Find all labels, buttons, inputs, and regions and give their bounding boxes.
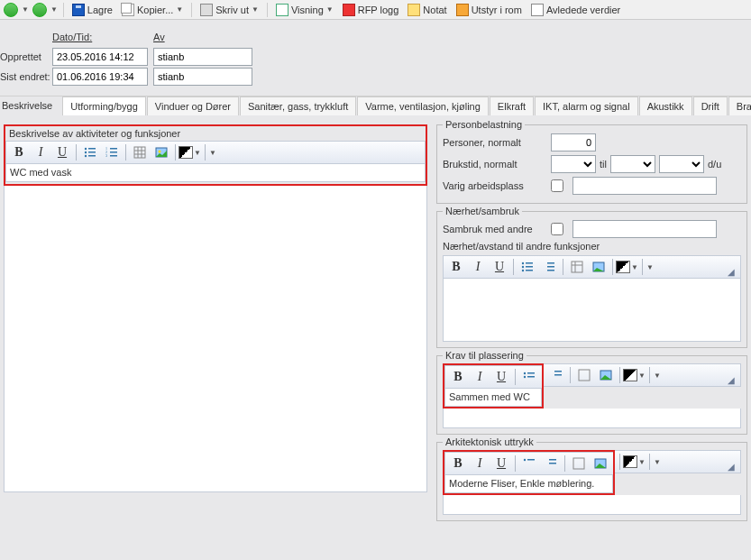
image-button[interactable]	[151, 142, 172, 162]
color-button[interactable]	[616, 261, 630, 273]
sambruk-text[interactable]	[572, 220, 717, 238]
italic-button[interactable]: I	[30, 142, 51, 162]
number-list-button[interactable]	[538, 257, 560, 277]
copy-button[interactable]: Kopier...▼	[119, 4, 186, 16]
table-button[interactable]	[129, 142, 151, 162]
color-button[interactable]	[623, 369, 637, 381]
more-dd[interactable]: ▼	[208, 149, 217, 157]
brukstid-fra-select[interactable]	[551, 155, 596, 173]
anchor-icon[interactable]: ◢	[728, 375, 738, 384]
brukstid-til-select[interactable]	[610, 155, 655, 173]
bold-button[interactable]: B	[8, 142, 30, 162]
image-button[interactable]	[588, 257, 609, 277]
du-label: d/u	[708, 159, 721, 170]
svg-rect-22	[526, 266, 533, 268]
svg-rect-3	[88, 151, 96, 153]
bold-button[interactable]: B	[445, 257, 467, 277]
personer-input[interactable]	[551, 133, 596, 151]
nav-back-icon[interactable]	[4, 3, 18, 17]
rt-toolbar-arkit-b: ▼ ▼ ◢	[615, 450, 741, 473]
color-dd[interactable]: ▼	[193, 149, 202, 157]
underline-button[interactable]: U	[490, 367, 512, 387]
tab-brann[interactable]: Brann	[728, 96, 751, 115]
dropdown-icon[interactable]: ▼	[50, 5, 58, 14]
underline-button[interactable]: U	[51, 142, 73, 162]
arkit-editor-body[interactable]	[443, 495, 741, 515]
italic-button[interactable]: I	[469, 367, 490, 387]
save-button[interactable]: Lagre	[69, 4, 115, 16]
print-icon	[200, 4, 213, 16]
sambruk-checkbox[interactable]	[551, 223, 563, 235]
bullet-list-button[interactable]	[517, 257, 538, 277]
dropdown-icon[interactable]: ▼	[22, 5, 29, 14]
bullet-list-button[interactable]	[518, 367, 540, 387]
image-button[interactable]	[590, 454, 611, 473]
rt-toolbar-naerhet: B I U ▼ ▼ ◢	[443, 255, 741, 279]
notat-button[interactable]: Notat	[405, 4, 449, 16]
tab-varme[interactable]: Varme, ventilasjon, kjøling	[357, 96, 489, 115]
table-button[interactable]	[566, 257, 588, 277]
svg-rect-1	[88, 148, 96, 150]
rfp-button[interactable]: RFP logg	[340, 4, 402, 16]
rt-toolbar-arkit-a: B I U	[444, 452, 613, 475]
tab-akustikk[interactable]: Akustikk	[639, 96, 692, 115]
naerhet-editor[interactable]	[443, 279, 741, 342]
svg-point-23	[522, 270, 524, 271]
anchor-icon[interactable]: ◢	[728, 267, 738, 276]
underline-button[interactable]: U	[489, 257, 510, 277]
svg-point-34	[524, 376, 526, 378]
bold-button[interactable]: B	[447, 367, 469, 387]
tab-ikt[interactable]: IKT, alarm og signal	[535, 96, 638, 115]
avstand-label: Nærhet/avstand til andre funksjoner	[443, 241, 741, 252]
utstyr-button[interactable]: Utstyr i rom	[453, 4, 525, 16]
tab-vinduer[interactable]: Vinduer og Dører	[147, 96, 239, 115]
opprettet-dato-input[interactable]	[52, 48, 148, 66]
table-button[interactable]	[568, 454, 590, 473]
endret-dato-input[interactable]	[52, 68, 148, 86]
rt-toolbar-krav-b: ▼ ▼ ◢	[544, 363, 741, 387]
bullet-list-button[interactable]	[518, 454, 540, 473]
italic-button[interactable]: I	[467, 257, 489, 277]
beskrivelse-editor-body[interactable]	[4, 186, 427, 492]
krav-editor-body[interactable]	[443, 409, 741, 428]
number-list-button[interactable]	[545, 365, 567, 385]
bold-button[interactable]: B	[447, 454, 469, 473]
table-button[interactable]	[573, 365, 595, 385]
color-button[interactable]	[179, 146, 193, 159]
anchor-icon[interactable]: ◢	[728, 462, 738, 471]
brukstid-du-select[interactable]	[659, 155, 704, 173]
color-button[interactable]	[623, 455, 637, 468]
endret-av-input[interactable]	[153, 68, 252, 86]
number-list-button[interactable]: 123	[101, 142, 123, 162]
box-icon	[456, 4, 469, 16]
beskrivelse-editor[interactable]: WC med vask	[5, 164, 426, 182]
italic-button[interactable]: I	[469, 454, 490, 473]
rt-toolbar-left: B I U 123 ▼ ▼	[5, 141, 426, 164]
bullet-list-button[interactable]	[79, 142, 101, 162]
svg-rect-36	[554, 371, 562, 372]
view-button[interactable]: Visning▼	[273, 4, 336, 16]
varig-text[interactable]	[572, 177, 717, 195]
tab-sanitaer[interactable]: Sanitær, gass, trykkluft	[240, 96, 356, 115]
svg-rect-35	[527, 376, 535, 378]
copy-icon	[122, 4, 134, 16]
tab-utforming[interactable]: Utforming/bygg	[62, 96, 146, 115]
svg-rect-9	[110, 151, 117, 153]
image-button[interactable]	[595, 365, 617, 385]
varig-checkbox[interactable]	[551, 179, 563, 192]
opprettet-av-input[interactable]	[153, 48, 252, 66]
calc-icon	[531, 4, 544, 16]
tab-elkraft[interactable]: Elkraft	[490, 96, 534, 115]
naerhet-legend: Nærhet/sambruk	[443, 206, 522, 216]
endret-label: Sist endret:	[0, 71, 52, 82]
nav-fwd-icon[interactable]	[32, 3, 47, 17]
avledede-button[interactable]: Avledede verdier	[528, 4, 623, 16]
underline-button[interactable]: U	[490, 454, 512, 473]
rt-toolbar-krav-a: B I U	[444, 365, 542, 389]
number-list-button[interactable]	[540, 454, 562, 473]
arkit-editor[interactable]: Moderne Fliser, Enkle møblering.	[444, 475, 613, 493]
personbelastning-legend: Personbelastning	[443, 119, 525, 130]
krav-editor[interactable]: Sammen med WC	[444, 389, 542, 407]
tab-drift[interactable]: Drift	[693, 96, 728, 115]
print-button[interactable]: Skriv ut▼	[197, 4, 261, 16]
